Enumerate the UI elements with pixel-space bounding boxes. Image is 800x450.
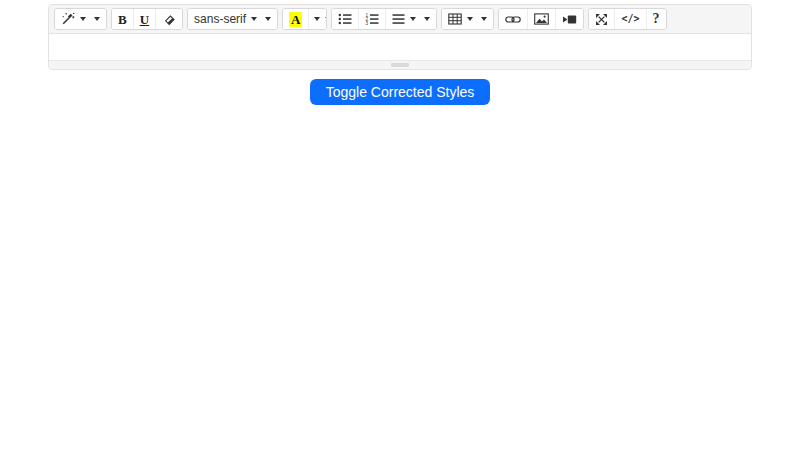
summernote-editor: B U sans-serif	[48, 4, 752, 70]
editor-statusbar	[49, 60, 751, 69]
caret-down-icon	[251, 17, 257, 21]
caret-down-icon	[410, 17, 416, 21]
underline-label: U	[140, 13, 149, 26]
caret-down-icon	[325, 17, 327, 21]
bold-label: B	[118, 13, 127, 26]
picture-button[interactable]	[527, 9, 555, 29]
underline-button[interactable]: U	[133, 9, 155, 29]
ordered-list-button[interactable]: 1 2 3	[358, 9, 385, 29]
eraser-icon	[162, 12, 176, 26]
font-group: B U	[111, 8, 183, 30]
align-left-icon	[392, 13, 405, 25]
help-button[interactable]: ?	[646, 9, 666, 29]
caret-down-icon	[94, 17, 100, 21]
color-group: A	[282, 8, 327, 30]
color-dropdown-button[interactable]	[308, 9, 326, 29]
fontname-group: sans-serif	[187, 8, 278, 30]
caret-down-icon	[314, 17, 320, 21]
video-button[interactable]	[555, 9, 583, 29]
paragraph-align-dropdown-button[interactable]	[385, 9, 436, 29]
help-label: ?	[653, 12, 660, 26]
link-button[interactable]	[499, 9, 527, 29]
svg-text:3: 3	[366, 21, 369, 25]
caret-down-icon	[467, 17, 473, 21]
view-group: </> ?	[588, 8, 666, 30]
caret-down-icon	[265, 17, 271, 21]
table-dropdown-button[interactable]	[442, 9, 493, 29]
link-icon	[505, 14, 521, 25]
codeview-button[interactable]: </>	[614, 9, 645, 29]
style-dropdown-button[interactable]	[55, 9, 106, 29]
ordered-list-icon: 1 2 3	[365, 13, 379, 25]
resize-handle[interactable]	[391, 63, 409, 67]
unordered-list-button[interactable]	[332, 9, 358, 29]
editor-toolbar: B U sans-serif	[49, 5, 751, 34]
current-color-button[interactable]: A	[283, 9, 308, 29]
style-group	[54, 8, 107, 30]
video-icon	[562, 14, 577, 25]
caret-down-icon	[481, 17, 487, 21]
magic-wand-icon	[61, 12, 75, 26]
picture-icon	[534, 13, 549, 25]
insert-group	[498, 8, 584, 30]
table-icon	[448, 13, 462, 25]
fontname-value: sans-serif	[194, 13, 246, 25]
unordered-list-icon	[338, 13, 352, 25]
caret-down-icon	[80, 17, 86, 21]
para-group: 1 2 3	[331, 8, 437, 30]
caret-down-icon	[424, 17, 430, 21]
font-color-label: A	[289, 12, 302, 27]
fullscreen-button[interactable]	[589, 9, 614, 29]
clear-format-button[interactable]	[155, 9, 182, 29]
fontname-dropdown-button[interactable]: sans-serif	[188, 9, 277, 29]
toggle-corrected-styles-button[interactable]: Toggle Corrected Styles	[310, 79, 491, 105]
editing-area[interactable]	[49, 34, 751, 60]
fullscreen-icon	[595, 13, 608, 26]
table-group	[441, 8, 494, 30]
bold-button[interactable]: B	[112, 9, 133, 29]
codeview-label: </>	[621, 14, 639, 24]
button-row: Toggle Corrected Styles	[0, 79, 800, 105]
